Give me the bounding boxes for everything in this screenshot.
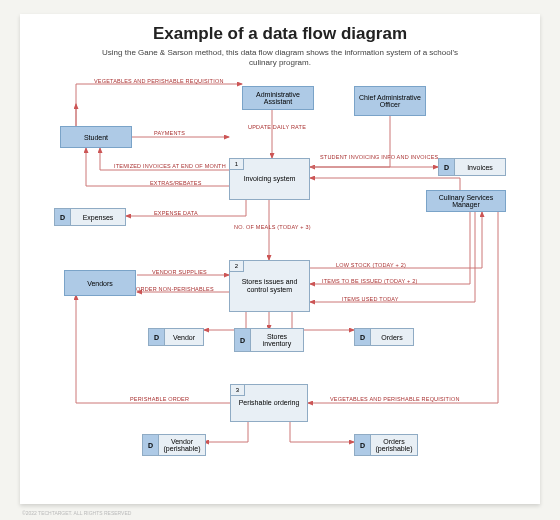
entity-label: Chief Administrative Officer bbox=[359, 94, 421, 108]
datastore-orders-per: DOrders (perishable) bbox=[354, 434, 418, 456]
process-stores: 2 Stores issues and control system bbox=[229, 260, 310, 312]
flow-label: UPDATE DAILY RATE bbox=[248, 124, 306, 130]
flow-label: PERISHABLE ORDER bbox=[130, 396, 189, 402]
process-number: 3 bbox=[231, 385, 245, 396]
datastore-expenses: DExpenses bbox=[54, 208, 126, 226]
flow-label: VEGETABLES AND PERISHABLE REQUISITION bbox=[94, 78, 224, 84]
datastore-label: Invoices bbox=[455, 164, 505, 171]
datastore-orders: DOrders bbox=[354, 328, 414, 346]
process-label: Stores issues and control system bbox=[230, 278, 309, 293]
flow-label: EXPENSE DATA bbox=[154, 210, 198, 216]
entity-vendors: Vendors bbox=[64, 270, 136, 296]
flow-label: ITEMS USED TODAY bbox=[342, 296, 399, 302]
page-title: Example of a data flow diagram bbox=[20, 14, 540, 44]
datastore-invoices: DInvoices bbox=[438, 158, 506, 176]
flow-label: EXTRAS/REBATES bbox=[150, 180, 202, 186]
datastore-label: Orders (perishable) bbox=[371, 438, 417, 452]
process-label: Perishable ordering bbox=[236, 399, 303, 407]
flow-label: PAYMENTS bbox=[154, 130, 185, 136]
datastore-label: Vendor bbox=[165, 334, 203, 341]
process-number: 2 bbox=[230, 261, 244, 272]
process-perishable: 3 Perishable ordering bbox=[230, 384, 308, 422]
datastore-label: Expenses bbox=[71, 214, 125, 221]
datastore-stores-inv: DStores inventory bbox=[234, 328, 304, 352]
entity-culinary-mgr: Culinary Services Manager bbox=[426, 190, 506, 212]
process-invoicing: 1 Invoicing system bbox=[229, 158, 310, 200]
process-number: 1 bbox=[230, 159, 244, 170]
flow-label: STUDENT INVOICING INFO AND INVOICES bbox=[320, 154, 438, 160]
entity-label: Student bbox=[84, 134, 108, 141]
flow-label: VEGETABLES AND PERISHABLE REQUISITION bbox=[330, 396, 460, 402]
entity-label: Culinary Services Manager bbox=[431, 194, 501, 208]
datastore-letter: D bbox=[55, 209, 71, 225]
datastore-letter: D bbox=[235, 329, 251, 351]
datastore-vendor: DVendor bbox=[148, 328, 204, 346]
datastore-label: Orders bbox=[371, 334, 413, 341]
flow-label: ITEMIZED INVOICES AT END OF MONTH bbox=[114, 163, 226, 169]
datastore-letter: D bbox=[355, 435, 371, 455]
entity-admin-assistant: Administrative Assistant bbox=[242, 86, 314, 110]
entity-chief-admin: Chief Administrative Officer bbox=[354, 86, 426, 116]
flow-label: LOW STOCK (TODAY + 2) bbox=[336, 262, 406, 268]
flow-label: ORDER NON-PERISHABLES bbox=[136, 286, 214, 292]
diagram-card: Example of a data flow diagram Using the… bbox=[20, 14, 540, 504]
datastore-letter: D bbox=[149, 329, 165, 345]
datastore-letter: D bbox=[355, 329, 371, 345]
datastore-label: Stores inventory bbox=[251, 333, 303, 347]
flow-label: ITEMS TO BE ISSUED (TODAY + 2) bbox=[322, 278, 418, 284]
process-label: Invoicing system bbox=[241, 175, 299, 183]
datastore-vendor-per: DVendor (perishable) bbox=[142, 434, 206, 456]
datastore-letter: D bbox=[439, 159, 455, 175]
entity-label: Vendors bbox=[87, 280, 113, 287]
flow-label: VENDOR SUPPLIES bbox=[152, 269, 207, 275]
datastore-label: Vendor (perishable) bbox=[159, 438, 205, 452]
entity-student: Student bbox=[60, 126, 132, 148]
flow-label: NO. OF MEALS (TODAY + 3) bbox=[234, 224, 311, 230]
diagram-stage: Administrative Assistant Chief Administr… bbox=[20, 70, 540, 490]
datastore-letter: D bbox=[143, 435, 159, 455]
entity-label: Administrative Assistant bbox=[247, 91, 309, 105]
footer-copyright: ©2022 TECHTARGET. ALL RIGHTS RESERVED bbox=[22, 510, 131, 516]
